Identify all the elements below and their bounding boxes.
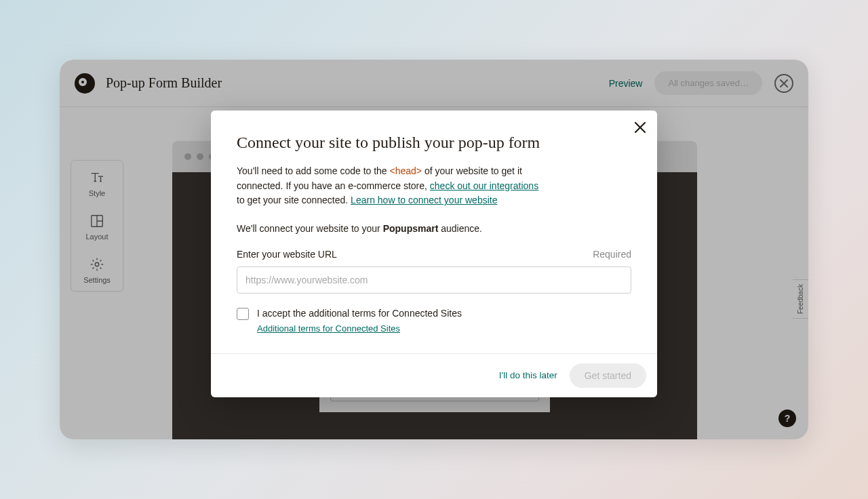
- sidebar-item-label: Layout: [85, 233, 108, 241]
- sidebar-item-layout[interactable]: Layout: [71, 204, 123, 247]
- head-tag: <head>: [390, 165, 422, 176]
- sidebar-item-label: Settings: [83, 276, 111, 284]
- website-url-input[interactable]: [237, 266, 631, 294]
- feedback-tab[interactable]: Feedback: [793, 279, 808, 319]
- topbar: Pop-up Form Builder Preview All changes …: [60, 60, 808, 107]
- required-label: Required: [593, 249, 631, 260]
- help-button[interactable]: ?: [778, 410, 796, 427]
- modal-body: Connect your site to publish your pop-up…: [211, 111, 657, 353]
- modal-close-button[interactable]: [634, 121, 646, 136]
- sidebar-item-style[interactable]: Style: [71, 161, 123, 204]
- connect-site-modal: Connect your site to publish your pop-up…: [211, 111, 657, 397]
- close-button[interactable]: [774, 74, 793, 93]
- layout-icon: [90, 214, 104, 228]
- save-status: All changes saved…: [654, 71, 762, 95]
- sidebar-item-label: Style: [89, 189, 105, 197]
- integrations-link[interactable]: check out our integrations: [430, 180, 538, 191]
- audience-line: We'll connect your website to your Popup…: [237, 223, 631, 234]
- preview-link[interactable]: Preview: [609, 78, 643, 89]
- close-icon: [780, 79, 788, 87]
- modal-description: You'll need to add some code to the <hea…: [237, 164, 549, 208]
- audience-name: Popupsmart: [383, 223, 439, 234]
- brand-logo: [75, 73, 95, 94]
- accept-terms-checkbox[interactable]: [237, 308, 249, 320]
- url-label-row: Enter your website URL Required: [237, 249, 631, 260]
- additional-terms-link[interactable]: Additional terms for Connected Sites: [257, 323, 400, 334]
- tool-sidebar: Style Layout Settings: [71, 160, 123, 292]
- modal-title: Connect your site to publish your pop-up…: [237, 134, 631, 152]
- accept-terms-text: I accept the additional terms for Connec…: [257, 307, 462, 321]
- sidebar-item-settings[interactable]: Settings: [71, 247, 123, 291]
- svg-point-1: [95, 262, 99, 266]
- close-icon: [634, 121, 646, 134]
- modal-footer: I'll do this later Get started: [211, 353, 657, 397]
- get-started-button[interactable]: Get started: [570, 363, 646, 388]
- page-title: Pop-up Form Builder: [106, 75, 609, 91]
- url-field-label: Enter your website URL: [237, 249, 337, 260]
- gear-icon: [90, 257, 104, 272]
- type-icon: [90, 170, 104, 185]
- learn-connect-link[interactable]: Learn how to connect your website: [351, 195, 497, 205]
- do-later-link[interactable]: I'll do this later: [499, 370, 557, 380]
- terms-row: I accept the additional terms for Connec…: [237, 307, 631, 334]
